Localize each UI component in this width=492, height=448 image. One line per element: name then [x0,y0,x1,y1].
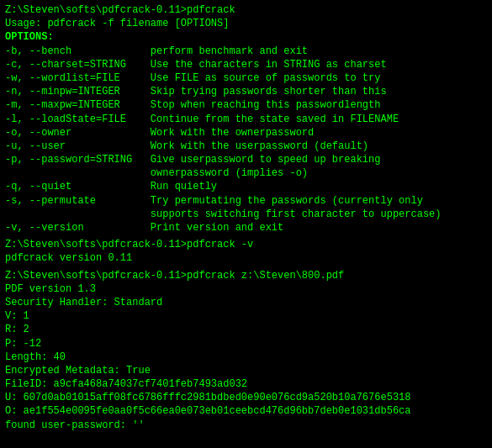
terminal-line: -b, --bench perform benchmark and exit [5,45,487,58]
terminal-line: Z:\Steven\softs\pdfcrack-0.11>pdfcrack z… [5,269,487,282]
terminal-line: -c, --charset=STRING Use the characters … [5,58,487,71]
terminal-line: pdfcrack version 0.11 [5,251,487,265]
terminal-line: -m, --maxpw=INTEGER Stop when reaching t… [5,98,487,112]
terminal-line: Encrypted Metadata: True [5,364,487,377]
terminal-line: V: 1 [5,309,487,323]
terminal-line: FileID: a9cfa468a74037cf7401feb7493ad032 [5,377,487,391]
terminal-line: OPTIONS: [5,30,487,44]
terminal-line: -q, --quiet Run quietly [5,180,487,193]
terminal-line: ownerpassword (implies -o) [5,166,487,180]
terminal-line: -l, --loadState=FILE Continue from the s… [5,113,487,126]
terminal-line: -o, --owner Work with the ownerpassword [5,126,487,140]
terminal-line: Security Handler: Standard [5,296,487,309]
terminal-line: PDF version 1.3 [5,282,487,296]
terminal-line: found user-password: '' [5,419,487,432]
terminal-line: O: ae1f554e0095fe0aa0f5c66ea0e073eb01cee… [5,404,487,418]
terminal-line: -n, --minpw=INTEGER Skip trying password… [5,85,487,98]
terminal-line: -s, --permutate Try permutating the pass… [5,194,487,208]
terminal-line: Usage: pdfcrack -f filename [OPTIONS] [5,17,487,30]
terminal-line: R: 2 [5,323,487,336]
terminal-window: Z:\Steven\softs\pdfcrack-0.11>pdfcrackUs… [0,0,492,448]
terminal-line: -u, --user Work with the userpassword (d… [5,140,487,153]
terminal-line: -p, --password=STRING Give userpassword … [5,153,487,166]
terminal-line: Z:\Steven\softs\pdfcrack-0.11>pdfcrack [5,3,487,17]
terminal-line: Length: 40 [5,350,487,364]
terminal-line: U: 607d0ab01015aff08fc6786fffc2981bdbed0… [5,391,487,404]
terminal-line: supports switching first character to up… [5,208,487,221]
terminal-line: P: -12 [5,337,487,350]
terminal-line: -v, --version Print version and exit [5,221,487,235]
terminal-line: -w, --wordlist=FILE Use FILE as source o… [5,71,487,85]
terminal-line: Z:\Steven\softs\pdfcrack-0.11>pdfcrack -… [5,238,487,251]
